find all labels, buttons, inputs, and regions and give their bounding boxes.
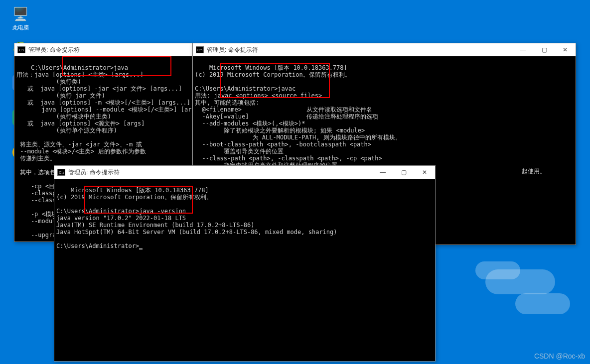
- title-bar[interactable]: C:\ 管理员: 命令提示符: [14, 43, 192, 56]
- minimize-button[interactable]: —: [513, 43, 534, 56]
- maximize-button[interactable]: ▢: [393, 166, 414, 179]
- cursor: [139, 248, 143, 249]
- cmd-icon: C:\: [17, 46, 25, 53]
- watermark: CSDN @Roc-xb: [534, 352, 585, 360]
- window-title: 管理员: 命令提示符: [68, 168, 120, 177]
- title-bar[interactable]: C:\ 管理员: 命令提示符 — ▢ ✕: [193, 43, 576, 56]
- maximize-button[interactable]: ▢: [534, 43, 555, 56]
- monitor-icon: 🖥️: [11, 5, 29, 23]
- highlight-box: [62, 56, 171, 76]
- title-bar[interactable]: C:\ 管理员: 命令提示符 — ▢ ✕: [54, 166, 435, 179]
- highlight-box: [220, 63, 330, 98]
- terminal-output[interactable]: Microsoft Windows [版本 10.0.18363.778] (c…: [54, 179, 435, 361]
- desktop-icon-computer[interactable]: 🖥️ 此电脑: [8, 5, 33, 31]
- minimize-button[interactable]: —: [372, 166, 393, 179]
- cmd-window-java-version[interactable]: C:\ 管理员: 命令提示符 — ▢ ✕ Microsoft Windows […: [54, 165, 436, 362]
- wallpaper-clouds: [460, 254, 575, 324]
- window-title: 管理员: 命令提示符: [207, 46, 258, 54]
- window-title: 管理员: 命令提示符: [28, 46, 80, 54]
- cmd-icon: C:\: [57, 169, 65, 176]
- close-button[interactable]: ✕: [555, 43, 576, 56]
- cmd-icon: C:\: [196, 46, 204, 53]
- highlight-box: [84, 186, 193, 214]
- close-button[interactable]: ✕: [414, 166, 435, 179]
